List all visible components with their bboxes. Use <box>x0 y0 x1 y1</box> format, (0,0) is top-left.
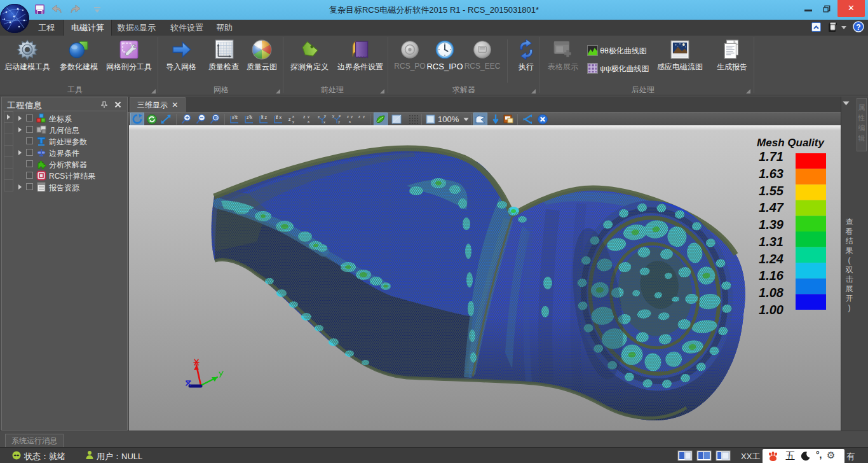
svg-text:y: y <box>234 114 236 118</box>
svg-text:?: ? <box>856 23 860 32</box>
svg-text:z: z <box>303 114 306 119</box>
svg-text:y: y <box>276 114 278 118</box>
svg-text:1.00: 1.00 <box>759 303 783 317</box>
svg-text:z: z <box>318 115 320 119</box>
svg-text:x: x <box>339 114 341 118</box>
svg-text:1.63: 1.63 <box>759 167 783 181</box>
svg-text:y: y <box>261 114 263 118</box>
svg-text:x: x <box>349 120 351 123</box>
svg-text:y: y <box>249 114 251 118</box>
svg-text:1.47: 1.47 <box>759 200 784 214</box>
svg-text:1.55: 1.55 <box>759 184 784 198</box>
svg-text:y: y <box>332 114 334 118</box>
svg-text:z: z <box>288 117 291 121</box>
svg-text:1.31: 1.31 <box>759 235 783 249</box>
svg-text:x: x <box>308 120 309 123</box>
svg-text:y: y <box>363 114 365 118</box>
svg-text:1.39: 1.39 <box>759 218 784 232</box>
svg-text:y: y <box>324 114 326 118</box>
svg-text:z: z <box>358 114 360 118</box>
svg-text:Mesh Quality: Mesh Quality <box>757 137 825 149</box>
svg-text:1.24: 1.24 <box>759 252 783 266</box>
svg-text:y: y <box>292 120 294 123</box>
svg-text:1.71: 1.71 <box>759 149 783 163</box>
svg-text:1.08: 1.08 <box>759 286 784 300</box>
svg-text:y: y <box>351 114 353 118</box>
svg-text:x: x <box>323 120 325 124</box>
svg-text:1.16: 1.16 <box>759 268 784 282</box>
svg-text:z: z <box>347 114 349 118</box>
svg-text:z: z <box>338 120 340 124</box>
svg-text:x: x <box>292 114 294 118</box>
svg-text:y: y <box>308 114 309 118</box>
